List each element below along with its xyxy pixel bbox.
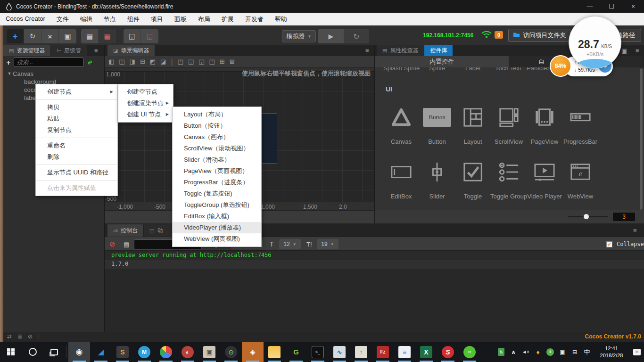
control-slider[interactable]: Slider (419, 157, 455, 200)
menu-item[interactable]: 面板 (169, 13, 192, 26)
expand-arrow-icon[interactable]: ▼ (6, 70, 13, 78)
control-button[interactable]: Button Button (419, 102, 455, 145)
git-extensions-icon[interactable]: G (285, 342, 307, 362)
move-tool-icon[interactable]: + (7, 29, 24, 43)
menu-item[interactable]: 扩展 (216, 13, 239, 26)
ui-node-menu-item[interactable]: Toggle (复选按钮) (173, 188, 261, 199)
tab-inspector[interactable]: ▤ 属性检查器 (377, 45, 424, 56)
grid-tool-icon[interactable]: ▦ (81, 29, 99, 43)
control-toggle[interactable]: Toggle (455, 157, 491, 200)
align-hcenter-icon[interactable]: ◫ (119, 58, 124, 65)
tab-console[interactable]: ›≡ 控制台 (107, 224, 144, 237)
context-menu-item[interactable] (36, 165, 117, 165)
control-layout[interactable]: Layout (455, 102, 491, 145)
ui-node-menu-item[interactable]: Slider（滑动器） (173, 154, 261, 165)
align-bottom-icon[interactable]: ◪ (160, 58, 166, 65)
chrome-icon[interactable] (155, 342, 177, 362)
tab-library[interactable]: 控件库 (424, 45, 453, 56)
control-videoplayer[interactable]: Video Player (527, 157, 562, 200)
context-menu-item[interactable] (36, 138, 117, 138)
search-input[interactable] (14, 58, 83, 67)
context-menu-item[interactable]: 点击来为属性赋值 (36, 182, 117, 194)
panel-menu-icon[interactable]: ≡ (633, 227, 637, 234)
context-menu-item[interactable] (36, 180, 117, 181)
submenu-item[interactable]: 创建空节点 (118, 86, 173, 98)
font-size-dropdown[interactable]: 12▼ (279, 239, 301, 249)
distribute-bottom-icon[interactable]: ⊠ (230, 58, 235, 65)
submenu-item[interactable]: 创建 UI 节点 ▶ (118, 109, 173, 120)
align-left-icon[interactable]: ◧ (108, 58, 114, 65)
menu-item[interactable]: 文件 (51, 13, 74, 26)
tray-expand-icon[interactable]: ∧ (507, 349, 520, 355)
collapse-checkbox[interactable]: ✔ (606, 237, 612, 251)
ui-node-menu-item[interactable]: EditBox (输入框) (173, 211, 261, 222)
log-entry[interactable]: 1.7.0 (105, 260, 644, 269)
open-log-icon[interactable]: ▤ (124, 237, 129, 251)
tab-assets[interactable]: ▤ 资源管理器 (3, 45, 51, 56)
android-studio-icon[interactable]: ⊙ (220, 342, 242, 362)
rotate-tool-icon[interactable]: ↻ (24, 29, 41, 43)
scrollbar-thumb[interactable] (640, 68, 643, 210)
align-top-icon[interactable]: ⊟ (140, 58, 145, 65)
panel-menu-icon[interactable]: ≡ (636, 47, 639, 54)
control-webview[interactable]: e WebView (562, 157, 598, 200)
net-speed-ball[interactable]: 28.7 KB/S +0KB/s (569, 16, 621, 69)
start-button[interactable] (0, 342, 22, 362)
play-button[interactable]: ▶ (318, 29, 344, 43)
control-togglegroup[interactable]: Toggle Group (491, 157, 527, 200)
grid-red-tool-icon[interactable]: ▦ (99, 29, 116, 43)
shield-icon[interactable]: + (544, 348, 556, 356)
menu-item[interactable]: 项目 (145, 13, 169, 26)
context-menu-item[interactable]: 显示节点 UUID 和路径 (36, 167, 117, 178)
ime-indicator[interactable]: 中 (581, 348, 593, 356)
vscode-icon[interactable]: ◢ (90, 342, 112, 362)
subtab-builtin-controls[interactable]: 内置控件 (375, 56, 509, 67)
sogou-icon[interactable]: S (437, 342, 459, 362)
action-center-button[interactable]: ≡ (630, 349, 644, 355)
menu-item[interactable]: 组件 (122, 13, 145, 26)
file-explorer-icon[interactable] (264, 342, 285, 362)
device-manager-icon[interactable]: ▣ (556, 349, 569, 355)
tab-hierarchy[interactable]: ⊢ 层级管 (51, 45, 87, 56)
context-menu-item[interactable] (36, 99, 117, 100)
menu-item[interactable]: 编辑 (74, 13, 98, 26)
sync-icon[interactable]: ⇄ (7, 333, 12, 340)
cortana-button[interactable] (22, 342, 43, 362)
ui-node-menu-item[interactable]: ScrollView（滚动视图） (173, 143, 261, 154)
minimize-button[interactable]: — (579, 0, 601, 13)
ui-node-menu-item[interactable]: ProgressBar（进度条） (173, 177, 261, 188)
menu-item[interactable]: 帮助 (269, 13, 293, 26)
driver-updater-icon[interactable]: ↑ (350, 342, 372, 362)
menu-item[interactable]: 节点 (98, 13, 122, 26)
panel-menu-icon[interactable]: ≡ (94, 47, 98, 54)
link-icon[interactable]: ∞ (85, 58, 94, 66)
context-menu-item[interactable]: 删除 (36, 151, 117, 163)
wechat-icon[interactable]: •• (459, 342, 480, 362)
log-entry[interactable]: preview server running at http://localho… (105, 251, 644, 260)
ui-node-menu-item[interactable]: ToggleGroup (单选按钮) (173, 199, 261, 211)
control-scrollview[interactable]: ScrollView (491, 102, 527, 145)
control-canvas[interactable]: Canvas (383, 102, 419, 145)
ui-node-menu-item[interactable]: Button（按钮） (173, 120, 261, 132)
pet-app-icon[interactable]: ♦ (532, 348, 544, 356)
sublime-icon[interactable]: S (112, 342, 133, 362)
maximize-button[interactable]: ☐ (601, 0, 622, 13)
notepad-icon[interactable]: ≡ (394, 342, 415, 362)
distribute-right-icon[interactable]: ◲ (198, 58, 204, 65)
context-menu-item[interactable]: 粘贴 (36, 113, 117, 124)
open-project-folder-button[interactable]: 访问项目文件夹 (508, 29, 570, 42)
line-height-dropdown[interactable]: 19▼ (317, 239, 339, 249)
context-menu-item[interactable]: 拷贝 (36, 102, 117, 113)
media-player-icon[interactable]: ◐ (177, 342, 198, 362)
context-menu-item[interactable]: 重命名 (36, 140, 117, 151)
distribute-vcenter-icon[interactable]: ⊞ (220, 58, 225, 65)
panel-menu-icon[interactable]: ≡ (365, 47, 369, 54)
distribute-top-icon[interactable]: ◳ (209, 58, 215, 65)
ui-node-menu-item[interactable]: Layout（布局） (173, 109, 261, 120)
distribute-left-icon[interactable]: ◰ (178, 58, 183, 65)
usb-icon[interactable]: ⇅ (495, 348, 507, 356)
ui-node-menu-item[interactable]: WebView (网页视图) (173, 233, 261, 245)
control-progressbar[interactable]: ProgressBar (562, 102, 598, 145)
world-coords-icon[interactable]: ◱ (141, 29, 158, 43)
submenu-item[interactable]: 创建渲染节点 ▶ (118, 98, 173, 109)
